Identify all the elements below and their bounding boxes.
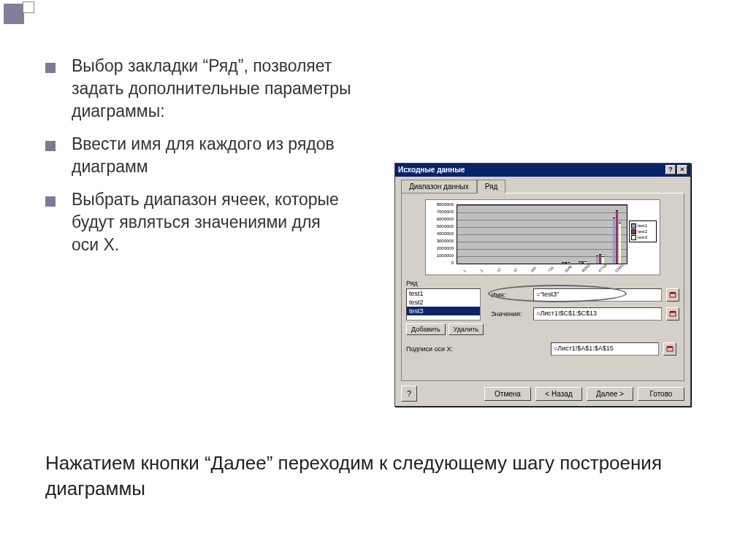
chart-bar (596, 256, 598, 264)
slide-footer-text: Нажатием кнопки “Далее” переходим к след… (45, 450, 703, 502)
chart-bar (619, 223, 621, 264)
remove-series-button[interactable]: Удалить (449, 323, 484, 335)
chart-preview: test1test2test3 010000002000000300000040… (425, 199, 660, 275)
legend-item: test2 (631, 229, 654, 234)
y-tick-label: 8000000 (427, 202, 454, 207)
dialog-help-button[interactable]: ? (401, 386, 417, 402)
x-tick-label: 40932 (581, 263, 591, 273)
bullet-1: Выбор закладки “Ряд”, позволяет задать д… (45, 55, 352, 123)
chart-legend: test1test2test3 (629, 220, 657, 242)
bullet-2: Ввести имя для каждого из рядов диаграмм (45, 133, 352, 178)
y-tick-label: 2000000 (427, 246, 454, 250)
y-tick-label: 3000000 (427, 239, 454, 243)
chart-bar (562, 262, 564, 264)
series-item[interactable]: test2 (407, 298, 480, 307)
values-range-picker[interactable] (666, 307, 679, 321)
y-tick-label: 1000000 (427, 253, 454, 258)
finish-button[interactable]: Готово (638, 387, 684, 401)
values-field-input[interactable]: =Лист1!$C$1:$C$13 (533, 307, 662, 321)
dialog-titlebar: Исходные данные ? × (395, 164, 690, 177)
x-tick-label: 3 (479, 269, 484, 273)
next-button[interactable]: Далее > (587, 387, 633, 401)
y-tick-label: 6000000 (427, 217, 454, 221)
series-group-label: Ряд (406, 280, 484, 287)
bullet-3: Выбрать диапазон ячеек, которые будут яв… (45, 188, 352, 256)
legend-item: test3 (631, 234, 654, 240)
legend-item: test1 (631, 223, 654, 229)
chart-bar (579, 261, 581, 264)
svg-rect-4 (667, 348, 673, 351)
svg-rect-1 (670, 292, 676, 294)
back-button[interactable]: < Назад (535, 387, 582, 401)
series-item[interactable]: test1 (407, 289, 480, 298)
name-range-picker[interactable] (666, 288, 679, 302)
x-tick-label: 12 (496, 267, 502, 273)
xlabels-range-picker[interactable] (663, 342, 676, 356)
decor-square-small (23, 1, 34, 13)
chart-bar (613, 218, 615, 264)
chart-bar (616, 210, 618, 264)
values-field-label: Значения: (491, 310, 529, 318)
series-listbox[interactable]: test1test2test3 (406, 288, 481, 321)
tab-panel-series: test1test2test3 010000002000000300000040… (401, 193, 684, 381)
x-tick-label: 53441 (614, 263, 625, 273)
chart-bar (565, 262, 567, 264)
name-field-input[interactable]: ="test3" (533, 288, 662, 302)
x-tick-label: 1 (462, 269, 466, 273)
x-tick-label: 47 (513, 267, 519, 273)
xlabels-field-label: Подписи оси X: (406, 345, 472, 353)
add-series-button[interactable]: Добавить (406, 323, 446, 335)
x-tick-label: 47743 (598, 263, 608, 273)
source-data-dialog: Исходные данные ? × Диапазон данных Ряд … (394, 163, 691, 407)
svg-rect-3 (670, 311, 676, 312)
svg-rect-2 (670, 312, 676, 316)
x-tick-label: 5049 (564, 264, 573, 273)
chart-bar (568, 262, 570, 264)
decor-square-large (4, 4, 24, 24)
titlebar-close-button[interactable]: × (677, 165, 687, 174)
name-field-label: Имя: (491, 291, 529, 299)
series-item[interactable]: test3 (407, 307, 480, 315)
x-tick-label: 729 (546, 266, 554, 273)
y-tick-label: 4000000 (427, 231, 454, 236)
svg-rect-5 (667, 346, 673, 348)
y-tick-label: 5000000 (427, 224, 454, 229)
dialog-title: Исходные данные (398, 164, 465, 177)
series-list-wrap: Ряд test1test2test3 Добавить Удалить (406, 280, 484, 335)
tab-data-range[interactable]: Диапазон данных (401, 180, 477, 193)
tab-series[interactable]: Ряд (477, 180, 506, 193)
x-tick-label: 183 (530, 266, 537, 273)
chart-bar (599, 254, 601, 264)
chart-bar (581, 261, 584, 264)
y-tick-label: 7000000 (427, 210, 454, 214)
cancel-button[interactable]: Отмена (484, 387, 531, 401)
titlebar-help-button[interactable]: ? (665, 165, 676, 174)
y-tick-label: 0 (427, 261, 454, 265)
xlabels-field-input[interactable]: =Лист1!$A$1:$A$15 (551, 342, 659, 356)
svg-rect-0 (670, 294, 676, 297)
